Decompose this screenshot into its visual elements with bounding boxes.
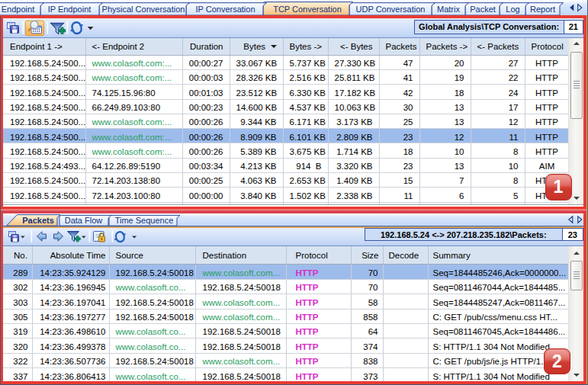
svg-text:Endpoint: Endpoint	[2, 5, 34, 14]
svg-text:Physical Conversation: Physical Conversation	[102, 5, 185, 14]
svg-text:Packets: Packets	[22, 216, 54, 225]
svg-text:Time Sequence: Time Sequence	[115, 216, 174, 225]
svg-text:Packet: Packet	[470, 5, 496, 14]
svg-text:Data Flow: Data Flow	[65, 216, 103, 225]
svg-text:Log: Log	[506, 5, 519, 14]
svg-text:Matrix: Matrix	[437, 5, 460, 14]
svg-text:IP Endpoint: IP Endpoint	[48, 5, 92, 14]
svg-text:Report: Report	[530, 5, 555, 14]
svg-text:UDP Conversation: UDP Conversation	[356, 5, 426, 14]
svg-text:TCP Conversation: TCP Conversation	[273, 5, 342, 14]
svg-text:IP Conversation: IP Conversation	[195, 5, 255, 14]
